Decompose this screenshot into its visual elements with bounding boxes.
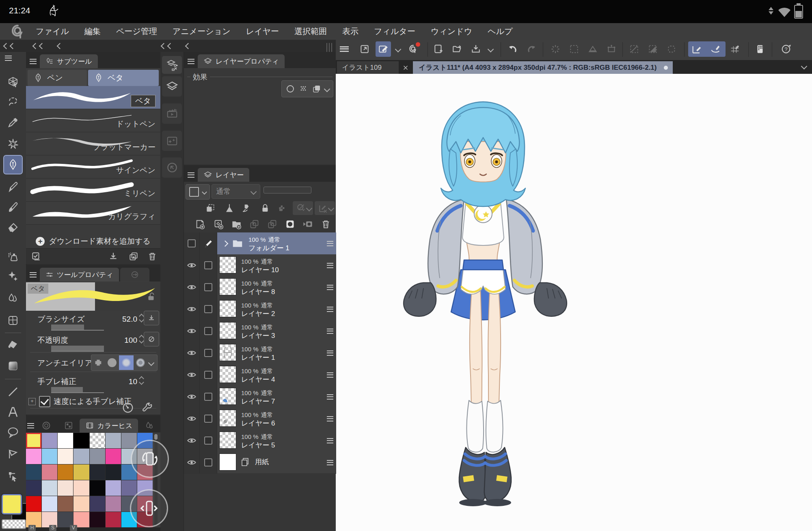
color-swatch[interactable] (42, 449, 57, 464)
layer-menu-handle[interactable] (324, 364, 336, 386)
layer-checkbox[interactable] (204, 283, 212, 291)
tool-blend[interactable] (4, 289, 22, 307)
collapse-layer-panel-icon[interactable] (185, 43, 192, 49)
layer-row[interactable]: 100 %通常 レイヤー 4 (184, 364, 336, 386)
opacity-effect-button[interactable] (144, 332, 159, 346)
color-swatch[interactable] (73, 496, 89, 512)
layer-thumbnail[interactable] (219, 256, 236, 273)
unlock-icon[interactable] (146, 291, 156, 302)
hue-label[interactable]: H (28, 525, 36, 531)
clip-studio-open-icon[interactable] (406, 41, 421, 57)
selection-from-layer-icon[interactable] (645, 41, 661, 57)
layer-row[interactable]: 100 %通常 レイヤー 10 (184, 254, 336, 277)
antialias-chevron-icon[interactable] (148, 359, 155, 366)
chevron-down-icon[interactable] (485, 41, 496, 57)
layer-row[interactable]: 100 %通常 レイヤー 8 (184, 276, 336, 299)
draft-layer-icon[interactable] (241, 203, 252, 213)
color-swatch[interactable] (42, 433, 57, 448)
paper-layer-row[interactable]: 用紙 (184, 451, 336, 474)
layer-thumbnail[interactable] (219, 410, 236, 427)
color-swatch[interactable] (106, 480, 121, 496)
layer-menu-handle[interactable] (324, 386, 336, 408)
layer-panel-tab[interactable]: レイヤー (198, 168, 249, 182)
strip-search-icon[interactable] (162, 157, 182, 178)
layer-checkbox[interactable] (204, 305, 212, 313)
help-icon[interactable]: ? (778, 41, 794, 57)
selection-border-icon[interactable] (664, 41, 679, 57)
tool-strip-menu-icon[interactable] (5, 55, 12, 62)
subtool-panel-tab[interactable]: サブツール (40, 54, 98, 68)
opacity-slider[interactable] (51, 346, 104, 352)
expand-plus-icon[interactable]: + (28, 398, 36, 405)
stabilization-slider[interactable] (51, 387, 104, 393)
delete-subtool-icon[interactable] (147, 251, 158, 262)
palette-color-button[interactable] (186, 184, 210, 200)
color-swatch[interactable] (121, 433, 137, 448)
color-history-tab-active[interactable]: カラーヒス (80, 419, 138, 432)
visibility-eye-icon[interactable] (186, 304, 197, 314)
open-file-icon[interactable] (449, 41, 465, 57)
layer-checkbox[interactable] (204, 327, 212, 335)
tool-eraser[interactable] (4, 218, 22, 236)
layer-menu-handle[interactable] (324, 320, 336, 342)
tool-gradient[interactable] (4, 357, 22, 375)
clip-studio-logo-icon[interactable] (11, 24, 25, 39)
layer-checkbox[interactable] (204, 371, 212, 379)
strip-animation-icon[interactable] (162, 103, 182, 124)
tool-lasso-select[interactable] (4, 92, 22, 110)
color-swatch[interactable] (58, 480, 73, 496)
visibility-eye-icon[interactable] (186, 370, 197, 380)
doc-tab-close-icon[interactable] (400, 61, 411, 74)
antialias-strong-option[interactable] (134, 355, 147, 370)
detail-settings-wrench-icon[interactable] (141, 402, 153, 414)
brush-row[interactable]: カリグラフィ (26, 202, 160, 225)
tool-property-tab[interactable]: ツールプロパティ (40, 268, 119, 282)
deselect-icon[interactable] (548, 41, 563, 57)
color-swatch[interactable] (26, 464, 41, 480)
add-download-material-button[interactable]: + ダウンロード素材を追加する (26, 234, 160, 248)
tool-figure-line[interactable] (4, 383, 22, 401)
panel-menu-icon[interactable] (184, 54, 198, 68)
companion-keypad-icon[interactable] (752, 41, 768, 57)
menu-page[interactable]: ページ管理 (116, 26, 157, 37)
collapse-panel-icon[interactable] (57, 43, 63, 49)
layer-menu-handle[interactable] (324, 430, 336, 451)
panel-menu-icon[interactable] (26, 419, 35, 432)
antialias-weak-option[interactable] (105, 355, 119, 370)
color-swatch[interactable] (26, 433, 41, 448)
transform-selection-icon[interactable] (604, 41, 619, 57)
delete-layer-icon[interactable] (320, 219, 331, 230)
layer-mask-icon[interactable] (285, 219, 296, 230)
doc-tab-inactive[interactable]: イラスト109 (337, 61, 399, 74)
color-swatch[interactable] (90, 512, 105, 527)
layer-checkbox[interactable] (204, 458, 212, 467)
brush-size-preset-button[interactable] (144, 311, 159, 325)
snap-to-special-ruler-icon[interactable] (708, 41, 723, 57)
invert-selection-icon[interactable] (585, 41, 600, 57)
panel-menu-icon[interactable] (26, 268, 40, 282)
canvas[interactable] (336, 74, 812, 531)
layer-thumbnail[interactable] (219, 388, 236, 405)
enable-mask-icon[interactable] (296, 203, 307, 213)
tool-fill-bucket[interactable] (4, 336, 22, 354)
color-swatch[interactable] (26, 449, 41, 464)
color-swatch[interactable] (73, 449, 89, 464)
tool-pen[interactable] (4, 156, 22, 174)
menu-layer[interactable]: レイヤー (246, 26, 279, 37)
brush-size-slider[interactable] (51, 325, 104, 331)
tool-decoration[interactable] (4, 267, 22, 285)
tone-effect-icon[interactable] (298, 84, 308, 94)
layer-menu-handle[interactable] (324, 254, 336, 276)
tool-brush[interactable] (4, 198, 22, 216)
layer-checkbox[interactable] (204, 261, 212, 269)
layer-menu-handle[interactable] (324, 276, 336, 298)
undo-icon[interactable] (505, 41, 520, 57)
menu-help[interactable]: ヘルプ (488, 26, 512, 37)
lock-layer-icon[interactable] (260, 203, 270, 213)
stabilization-value[interactable]: 10 (114, 377, 137, 386)
snap-to-grid-icon[interactable] (727, 41, 743, 57)
approximate-color-tab[interactable] (138, 419, 160, 432)
dynamics-gauge-icon[interactable] (122, 402, 134, 414)
edge-keyboard-floating-button[interactable] (130, 489, 168, 527)
tab-list-chevron-icon[interactable] (801, 63, 808, 70)
